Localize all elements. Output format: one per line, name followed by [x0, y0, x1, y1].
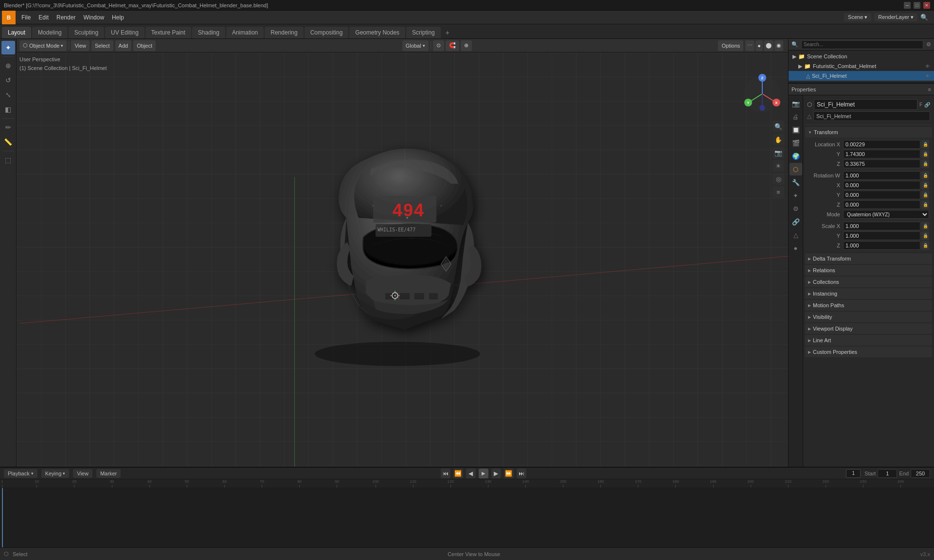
- location-y-input[interactable]: [843, 150, 920, 158]
- wireframe-btn[interactable]: ⋯: [745, 40, 754, 51]
- object-data-input[interactable]: [813, 111, 930, 121]
- scene-collection-item[interactable]: ▶ 📁 Scene Collection: [789, 52, 934, 61]
- location-x-link[interactable]: 🔒: [921, 140, 929, 149]
- output-properties-tab[interactable]: 🖨: [790, 110, 802, 123]
- maximize-button[interactable]: □: [914, 2, 920, 9]
- start-frame-input[interactable]: [878, 469, 897, 478]
- measure-tool-button[interactable]: 📏: [1, 135, 15, 149]
- solid-btn[interactable]: ●: [755, 40, 763, 51]
- menu-help[interactable]: Help: [108, 13, 128, 22]
- camera-view-icon[interactable]: 📷: [772, 147, 784, 158]
- physics-tab[interactable]: ⚙: [790, 202, 802, 215]
- next-keyframe-button[interactable]: ⏩: [504, 469, 514, 478]
- scale-tool-button[interactable]: ⤡: [1, 88, 15, 102]
- select-menu[interactable]: Select: [91, 40, 113, 51]
- zoom-icon[interactable]: 🔍: [772, 121, 784, 132]
- proportional-edit-btn[interactable]: ⊕: [461, 40, 472, 51]
- location-z-input[interactable]: [843, 159, 920, 168]
- render-properties-tab[interactable]: 📷: [790, 97, 802, 110]
- header-search-icon[interactable]: 🔍: [920, 14, 928, 21]
- rotation-x-link[interactable]: 🔒: [921, 181, 929, 190]
- render-layer-selector[interactable]: RenderLayer ▾: [874, 13, 917, 21]
- view-layer-tab[interactable]: 🔲: [790, 123, 802, 136]
- location-y-link[interactable]: 🔒: [921, 150, 929, 158]
- rotation-x-input[interactable]: [843, 181, 920, 190]
- viewport-display-header[interactable]: ▶ Viewport Display: [805, 323, 932, 334]
- viewport-render-icon[interactable]: ☀: [772, 160, 784, 172]
- scale-z-link[interactable]: 🔒: [921, 241, 929, 250]
- scale-y-link[interactable]: 🔒: [921, 231, 929, 240]
- particles-tab[interactable]: ✦: [790, 189, 802, 202]
- location-z-link[interactable]: 🔒: [921, 159, 929, 168]
- cursor-tool-button[interactable]: ✦: [1, 41, 15, 54]
- object-tab[interactable]: ⬡: [790, 163, 802, 175]
- tab-compositing[interactable]: Compositing: [305, 27, 349, 38]
- data-link-icon[interactable]: 🔗: [924, 102, 930, 107]
- add-workspace-button[interactable]: +: [442, 27, 453, 38]
- mode-selector[interactable]: ⬡ Object Mode ▾: [19, 40, 67, 51]
- modifier-tab[interactable]: 🔧: [790, 176, 802, 189]
- rotation-z-link[interactable]: 🔒: [921, 200, 929, 209]
- options-button[interactable]: Options: [718, 40, 743, 51]
- current-frame-input[interactable]: [846, 469, 861, 478]
- tab-modeling[interactable]: Modeling: [32, 27, 68, 38]
- sci-fi-helmet-object[interactable]: △ Sci_Fi_Helmet 👁: [789, 71, 934, 81]
- scene-tab[interactable]: 🎬: [790, 137, 802, 149]
- viewport[interactable]: ⬡ Object Mode ▾ View Select Add Object: [17, 39, 788, 467]
- keying-menu[interactable]: Keying ▾: [41, 469, 70, 478]
- scale-x-link[interactable]: 🔒: [921, 222, 929, 230]
- tab-geometry-nodes[interactable]: Geometry Nodes: [349, 27, 405, 38]
- motion-paths-header[interactable]: ▶ Motion Paths: [805, 300, 932, 311]
- pan-icon[interactable]: ✋: [772, 134, 784, 145]
- data-tab[interactable]: △: [790, 228, 802, 241]
- fake-user-btn[interactable]: F: [919, 102, 922, 107]
- location-x-input[interactable]: [843, 140, 920, 149]
- visibility-icon[interactable]: 👁: [925, 64, 930, 69]
- annotate-tool-button[interactable]: ✏: [1, 121, 15, 134]
- delta-transform-header[interactable]: ▶ Delta Transform: [805, 253, 932, 264]
- rotation-z-input[interactable]: [843, 200, 920, 209]
- nav-gizmo[interactable]: Z X Y: [740, 72, 784, 116]
- scale-x-input[interactable]: [843, 222, 920, 230]
- object-menu[interactable]: Object: [133, 40, 156, 51]
- step-forward-button[interactable]: ▶: [491, 469, 501, 478]
- line-art-header[interactable]: ▶ Line Art: [805, 335, 932, 346]
- futuristic-helmet-collection[interactable]: ▶ 📁 Futuristic_Combat_Helmet 👁: [789, 61, 934, 71]
- menu-edit[interactable]: Edit: [35, 13, 53, 22]
- snap-btn[interactable]: 🧲: [446, 40, 459, 51]
- marker-menu[interactable]: Marker: [96, 469, 121, 478]
- props-options-icon[interactable]: ≡: [928, 87, 931, 92]
- viewport-body[interactable]: User Perspective (1) Scene Collection | …: [17, 52, 788, 467]
- tab-animation[interactable]: Animation: [226, 27, 264, 38]
- pivot-btn[interactable]: ⊙: [433, 40, 444, 51]
- constraints-tab[interactable]: 🔗: [790, 215, 802, 228]
- transform-tool-button[interactable]: ◧: [1, 103, 15, 116]
- rotate-tool-button[interactable]: ↺: [1, 73, 15, 87]
- tab-texture-paint[interactable]: Texture Paint: [145, 27, 191, 38]
- menu-window[interactable]: Window: [79, 13, 108, 22]
- collections-header[interactable]: ▶ Collections: [805, 277, 932, 287]
- custom-props-header[interactable]: ▶ Custom Properties: [805, 347, 932, 357]
- transform-space[interactable]: Global ▾: [402, 40, 429, 51]
- end-frame-input[interactable]: [911, 469, 930, 478]
- scale-y-input[interactable]: [843, 231, 920, 240]
- playback-menu[interactable]: Playback ▾: [4, 469, 37, 478]
- material-preview-btn[interactable]: ⬤: [764, 40, 773, 51]
- rotation-y-input[interactable]: [843, 191, 920, 199]
- play-button[interactable]: ▶: [479, 469, 488, 478]
- object-name-input[interactable]: [814, 99, 917, 110]
- transform-section-header[interactable]: ▼ Transform: [805, 127, 932, 138]
- tab-scripting[interactable]: Scripting: [406, 27, 441, 38]
- tab-layout[interactable]: Layout: [2, 27, 31, 38]
- jump-to-start-button[interactable]: ⏮: [441, 469, 450, 478]
- gizmo-icon[interactable]: ≡: [772, 186, 784, 198]
- overlay-icon[interactable]: ◎: [772, 173, 784, 185]
- tab-shading[interactable]: Shading: [192, 27, 225, 38]
- add-menu[interactable]: Add: [115, 40, 132, 51]
- outliner-search-input[interactable]: [801, 40, 923, 49]
- scene-selector[interactable]: Scene ▾: [844, 13, 871, 21]
- visibility-header[interactable]: ▶ Visibility: [805, 312, 932, 322]
- tab-sculpting[interactable]: Sculpting: [69, 27, 104, 38]
- tab-uv-editing[interactable]: UV Editing: [105, 27, 144, 38]
- tab-rendering[interactable]: Rendering: [265, 27, 303, 38]
